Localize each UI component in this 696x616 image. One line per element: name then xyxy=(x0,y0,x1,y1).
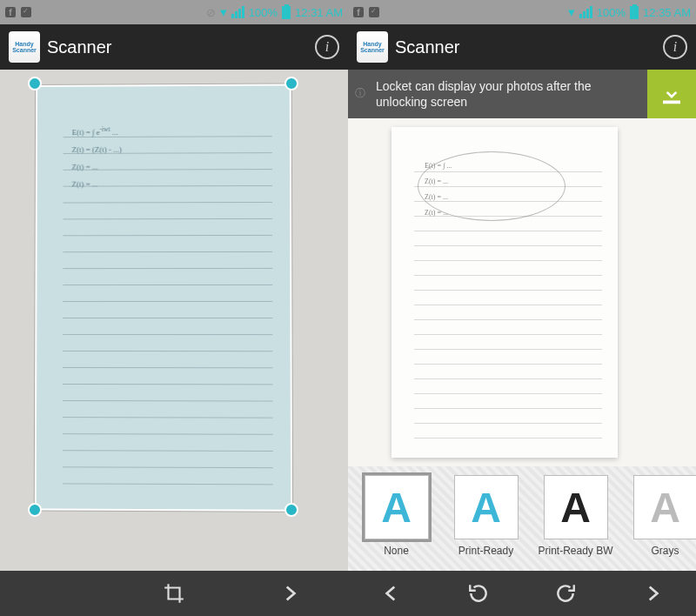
app-icon: Handy Scanner xyxy=(9,31,40,63)
crop-button[interactable] xyxy=(153,572,195,614)
filter-thumb: A xyxy=(633,475,697,539)
promo-banner: ⓘ Locket can display your photos after t… xyxy=(348,70,696,118)
crop-content: E(t) = ∫ e-iwt ...Z(t) = (Z(t) - ...)Z(t… xyxy=(0,70,348,571)
filter-option-print-ready-bw[interactable]: APrint-Ready BW xyxy=(534,475,617,562)
clipboard-icon xyxy=(369,7,379,17)
screen-filter: f ▾ 100% 12:35 AM Handy Scanner Scanner … xyxy=(348,0,696,616)
filter-option-print-ready[interactable]: APrint-Ready xyxy=(445,475,527,562)
battery-icon xyxy=(282,6,291,19)
status-time: 12:31 AM xyxy=(295,6,343,19)
battery-icon xyxy=(630,6,639,19)
signal-icon xyxy=(579,6,592,18)
app-bar: Handy Scanner Scanner i xyxy=(0,24,348,70)
banner-text: Locket can display your photos after the… xyxy=(372,78,647,110)
crop-handle-top-left[interactable] xyxy=(28,77,42,90)
status-left: f xyxy=(353,7,379,17)
filter-label: Print-Ready BW xyxy=(538,545,612,557)
filter-option-none[interactable]: ANone xyxy=(355,475,438,562)
banner-info-icon: ⓘ xyxy=(348,87,372,101)
filter-label: Print-Ready xyxy=(458,545,513,557)
wifi-icon: ▾ xyxy=(568,4,575,20)
app-bar: Handy Scanner Scanner i xyxy=(348,24,696,70)
crop-handle-bottom-right[interactable] xyxy=(284,503,298,517)
clipboard-icon xyxy=(21,7,31,17)
filter-option-grays[interactable]: AGrays xyxy=(624,475,696,562)
filter-label: None xyxy=(384,545,409,557)
status-right: ▾ 100% 12:35 AM xyxy=(568,4,691,20)
info-button[interactable]: i xyxy=(315,35,339,59)
facebook-icon: f xyxy=(353,7,364,17)
app-icon: Handy Scanner xyxy=(357,31,388,63)
status-bar: f ⊘ ▾ 100% 12:31 AM xyxy=(0,0,348,24)
status-right: ⊘ ▾ 100% 12:31 AM xyxy=(206,4,343,20)
rotate-right-button[interactable] xyxy=(545,572,586,614)
status-time: 12:35 AM xyxy=(643,6,691,19)
filter-thumb: A xyxy=(454,475,519,539)
facebook-icon: f xyxy=(5,7,16,17)
signal-icon xyxy=(231,6,244,18)
filter-thumb: A xyxy=(544,475,608,539)
filter-content: E(t) = ∫ ...Z(t) = ...Z(t) = ...Z(t) = .… xyxy=(348,118,696,571)
wifi-icon: ▾ xyxy=(220,4,227,20)
info-button[interactable]: i xyxy=(663,35,687,59)
app-title: Scanner xyxy=(47,37,112,57)
next-button[interactable] xyxy=(269,572,311,614)
banner-download-button[interactable] xyxy=(647,70,696,118)
status-bar: f ▾ 100% 12:35 AM xyxy=(348,0,696,24)
scanned-page-preview: E(t) = ∫ e-iwt ...Z(t) = (Z(t) - ...)Z(t… xyxy=(35,84,292,511)
crop-tool-bar xyxy=(0,571,348,616)
status-left: f xyxy=(5,7,31,17)
filter-tool-bar xyxy=(348,571,696,616)
back-button[interactable] xyxy=(371,572,412,614)
no-sim-icon: ⊘ xyxy=(206,6,216,19)
crop-handle-top-right[interactable] xyxy=(284,77,298,90)
filter-thumb: A xyxy=(365,475,429,539)
app-title: Scanner xyxy=(395,37,460,57)
battery-percent: 100% xyxy=(597,6,626,19)
battery-percent: 100% xyxy=(249,6,278,19)
rotate-left-button[interactable] xyxy=(458,572,499,614)
processed-page-preview: E(t) = ∫ ...Z(t) = ...Z(t) = ...Z(t) = .… xyxy=(392,127,618,458)
filter-strip: ANoneAPrint-ReadyAPrint-Ready BWAGrays xyxy=(348,466,696,571)
screen-crop: f ⊘ ▾ 100% 12:31 AM Handy Scanner Scanne… xyxy=(0,0,348,616)
next-button[interactable] xyxy=(632,572,673,614)
crop-handle-bottom-left[interactable] xyxy=(28,503,42,517)
filter-label: Grays xyxy=(651,545,679,557)
